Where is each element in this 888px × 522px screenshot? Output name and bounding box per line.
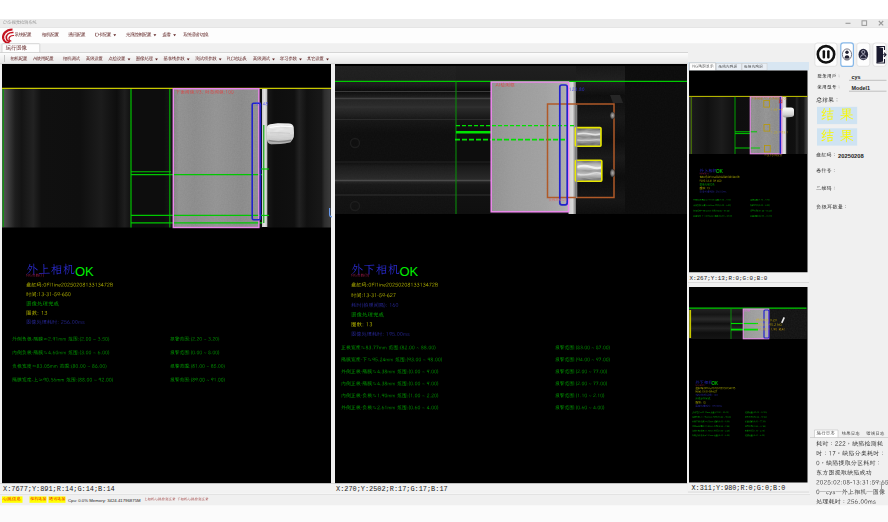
svg-text:20250208: 20250208 — [838, 153, 865, 159]
svg-text:OK: OK — [75, 264, 94, 279]
svg-text:Cpu: 0.0% Memory: 3424.4179687: Cpu: 0.0% Memory: 3424.41796875M — [68, 498, 141, 503]
svg-text:cys: cys — [852, 74, 861, 80]
svg-text:X:7677;Y:891;R:14;G:14;B:14: X:7677;Y:891;R:14;G:14;B:14 — [3, 485, 115, 493]
svg-text:X:267;Y:13;R:0;G:0;B:0: X:267;Y:13;R:0;G:0;B:0 — [690, 275, 768, 282]
svg-text:X:270;Y:2502;R:17;G:17;B:17: X:270;Y:2502;R:17;G:17;B:17 — [336, 485, 448, 493]
svg-text:OK: OK — [400, 264, 419, 279]
svg-text:X:311;Y:980;R:0;G:0;B:0: X:311;Y:980;R:0;G:0;B:0 — [692, 484, 786, 492]
svg-text:Model1: Model1 — [852, 85, 871, 91]
svg-text:OK: OK — [712, 381, 719, 386]
svg-text:OK: OK — [716, 169, 724, 174]
